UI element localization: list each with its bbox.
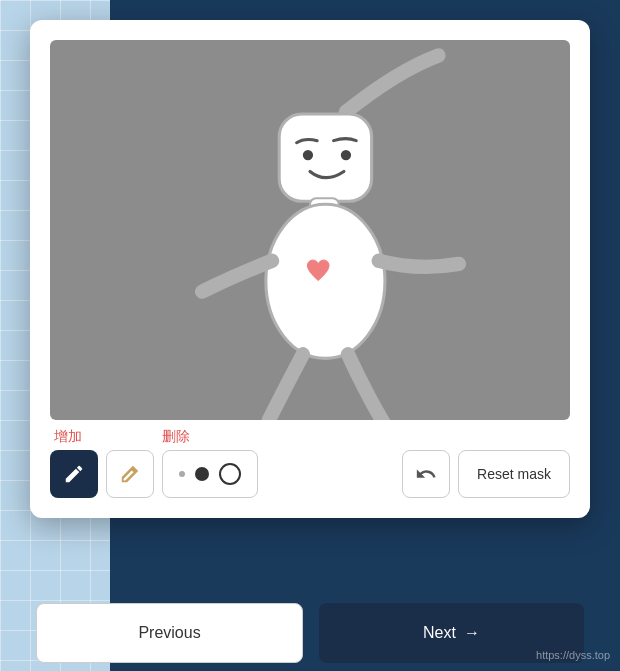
labels-row: 增加 删除 [50, 428, 570, 446]
size-large-dot[interactable] [219, 463, 241, 485]
character-svg [50, 40, 570, 420]
svg-point-3 [341, 150, 351, 160]
next-button[interactable]: Next → [319, 603, 584, 663]
toolbar: Reset mask [50, 450, 570, 498]
undo-icon [415, 463, 437, 485]
svg-rect-1 [279, 114, 371, 201]
delete-label: 删除 [162, 428, 190, 446]
add-label: 增加 [54, 428, 82, 446]
size-medium-dot[interactable] [195, 467, 209, 481]
reset-mask-button[interactable]: Reset mask [458, 450, 570, 498]
pencil-button[interactable] [50, 450, 98, 498]
svg-point-2 [303, 150, 313, 160]
previous-button[interactable]: Previous [36, 603, 303, 663]
svg-point-5 [266, 204, 385, 358]
pencil-icon [63, 463, 85, 485]
eraser-button[interactable] [106, 450, 154, 498]
eraser-icon [119, 463, 141, 485]
size-small-dot[interactable] [179, 471, 185, 477]
navigation-row: Previous Next → [0, 603, 620, 671]
size-selector[interactable] [162, 450, 258, 498]
next-arrow-icon: → [464, 624, 480, 642]
undo-button[interactable] [402, 450, 450, 498]
drawing-canvas[interactable] [50, 40, 570, 420]
modal-card: 增加 删除 Reset mask [30, 20, 590, 518]
